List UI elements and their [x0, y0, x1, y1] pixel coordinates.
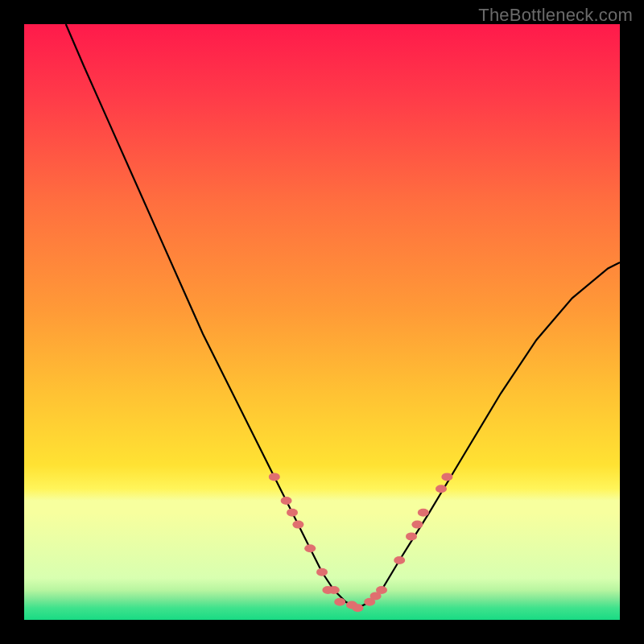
- plot-area: [24, 24, 620, 620]
- marker-dot: [316, 568, 328, 576]
- marker-dot: [287, 509, 298, 517]
- marker-dot: [441, 473, 452, 481]
- gradient-background: [24, 24, 620, 620]
- marker-dot: [269, 473, 280, 481]
- marker-dot: [281, 497, 292, 505]
- marker-dot: [436, 485, 447, 493]
- marker-dot: [418, 509, 429, 517]
- marker-dot: [394, 556, 405, 564]
- marker-dot: [352, 604, 363, 612]
- marker-dot: [328, 586, 340, 594]
- marker-dot: [334, 598, 345, 606]
- marker-dot: [376, 586, 387, 594]
- marker-dot: [292, 521, 303, 529]
- marker-dot: [304, 544, 316, 552]
- chart-frame: TheBottleneck.com: [0, 0, 644, 644]
- watermark-text: TheBottleneck.com: [478, 5, 633, 26]
- marker-dot: [411, 521, 423, 529]
- marker-dot: [406, 532, 417, 540]
- plot-svg: [24, 24, 620, 620]
